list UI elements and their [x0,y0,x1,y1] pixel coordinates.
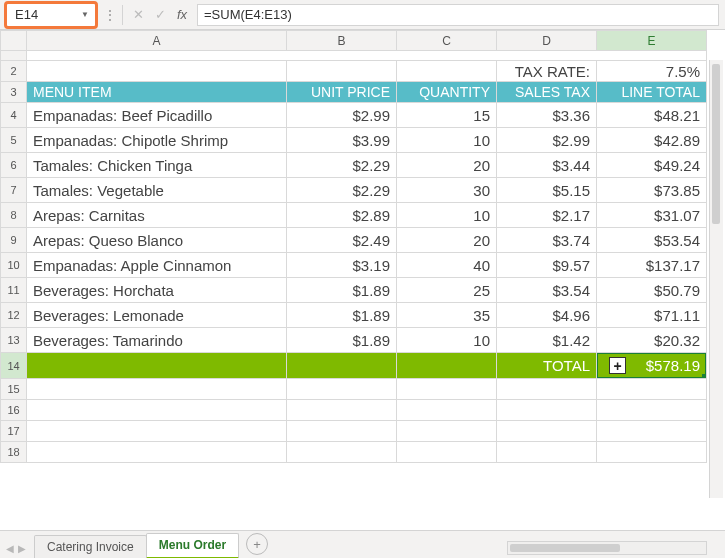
cell-unit-price[interactable]: $1.89 [287,278,397,303]
name-box[interactable]: E14 ▼ [4,1,98,29]
cell-sales-tax[interactable]: $1.42 [497,328,597,353]
cell-unit-price[interactable]: $3.99 [287,128,397,153]
cell[interactable] [287,442,397,463]
header-sales-tax[interactable]: SALES TAX [497,82,597,103]
total-value-cell[interactable]: +$578.19 [597,353,707,379]
cell[interactable] [397,442,497,463]
row-header[interactable]: 12 [1,303,27,328]
cell-sales-tax[interactable]: $3.74 [497,228,597,253]
cell-menu-item[interactable]: Beverages: Horchata [27,278,287,303]
tax-rate-label[interactable]: TAX RATE: [497,61,597,82]
cell[interactable] [287,379,397,400]
cell[interactable] [497,400,597,421]
cell-line-total[interactable]: $50.79 [597,278,707,303]
cell-unit-price[interactable]: $2.99 [287,103,397,128]
cell[interactable] [497,442,597,463]
cell-line-total[interactable]: $49.24 [597,153,707,178]
cell-line-total[interactable]: $137.17 [597,253,707,278]
row-header[interactable]: 7 [1,178,27,203]
cell-sales-tax[interactable]: $9.57 [497,253,597,278]
cell-menu-item[interactable]: Empanadas: Beef Picadillo [27,103,287,128]
cell-menu-item[interactable]: Empanadas: Apple Cinnamon [27,253,287,278]
cell[interactable] [287,400,397,421]
cell[interactable] [27,421,287,442]
cell-quantity[interactable]: 25 [397,278,497,303]
cell-sales-tax[interactable]: $2.17 [497,203,597,228]
cell-unit-price[interactable]: $2.29 [287,178,397,203]
scrollbar-thumb[interactable] [712,64,720,224]
cell-unit-price[interactable]: $3.19 [287,253,397,278]
cell[interactable] [397,379,497,400]
cell[interactable] [397,421,497,442]
enter-formula-icon[interactable]: ✓ [149,4,171,26]
cell-menu-item[interactable]: Arepas: Carnitas [27,203,287,228]
cell-line-total[interactable]: $20.32 [597,328,707,353]
fill-handle[interactable] [702,374,707,379]
cell-sales-tax[interactable]: $2.99 [497,128,597,153]
cell-quantity[interactable]: 20 [397,228,497,253]
cell-unit-price[interactable]: $1.89 [287,303,397,328]
cell-menu-item[interactable]: Arepas: Queso Blanco [27,228,287,253]
header-line-total[interactable]: LINE TOTAL [597,82,707,103]
cell[interactable] [397,61,497,82]
header-menu-item[interactable]: MENU ITEM [27,82,287,103]
horizontal-scrollbar[interactable] [507,541,707,555]
cell[interactable] [27,51,707,61]
row-header[interactable]: 14 [1,353,27,379]
cell-unit-price[interactable]: $2.89 [287,203,397,228]
cell[interactable] [27,400,287,421]
cell-line-total[interactable]: $42.89 [597,128,707,153]
cell-menu-item[interactable]: Tamales: Chicken Tinga [27,153,287,178]
cell[interactable] [27,442,287,463]
select-all-corner[interactable] [1,31,27,51]
row-header[interactable]: 17 [1,421,27,442]
cell-quantity[interactable]: 35 [397,303,497,328]
cell-sales-tax[interactable]: $4.96 [497,303,597,328]
header-quantity[interactable]: QUANTITY [397,82,497,103]
cell-sales-tax[interactable]: $5.15 [497,178,597,203]
cell-unit-price[interactable]: $2.49 [287,228,397,253]
add-sheet-button[interactable]: + [246,533,268,555]
col-header-C[interactable]: C [397,31,497,51]
row-header[interactable]: 2 [1,61,27,82]
cell-quantity[interactable]: 20 [397,153,497,178]
cell[interactable] [287,353,397,379]
cell-quantity[interactable]: 10 [397,328,497,353]
row-header[interactable]: 6 [1,153,27,178]
sheet-tab-menu-order[interactable]: Menu Order [146,533,239,558]
row-header[interactable]: 3 [1,82,27,103]
row-header[interactable]: 10 [1,253,27,278]
spreadsheet-grid[interactable]: A B C D E 2 TAX RATE: 7.5% 3 MENU ITEM U… [0,30,725,528]
total-label[interactable]: TOTAL [497,353,597,379]
sheet-nav-prev-icon[interactable]: ◀ [6,543,14,554]
cell-line-total[interactable]: $73.85 [597,178,707,203]
sheet-nav-next-icon[interactable]: ▶ [18,543,26,554]
col-header-D[interactable]: D [497,31,597,51]
row-header[interactable]: 16 [1,400,27,421]
cell-unit-price[interactable]: $2.29 [287,153,397,178]
cell-line-total[interactable]: $31.07 [597,203,707,228]
vertical-scrollbar[interactable] [709,60,723,498]
cell-quantity[interactable]: 40 [397,253,497,278]
formula-bar-options-icon[interactable]: ⋮ [102,8,118,22]
cell[interactable] [597,379,707,400]
cell[interactable] [497,421,597,442]
cell-sales-tax[interactable]: $3.36 [497,103,597,128]
cell[interactable] [27,61,287,82]
cell[interactable] [597,421,707,442]
row-header[interactable]: 5 [1,128,27,153]
cancel-formula-icon[interactable]: ✕ [127,4,149,26]
col-header-B[interactable]: B [287,31,397,51]
cell-menu-item[interactable]: Tamales: Vegetable [27,178,287,203]
col-header-E[interactable]: E [597,31,707,51]
scrollbar-thumb[interactable] [510,544,620,552]
cell[interactable] [397,353,497,379]
row-header[interactable]: 8 [1,203,27,228]
cell-quantity[interactable]: 30 [397,178,497,203]
cell-line-total[interactable]: $53.54 [597,228,707,253]
cell[interactable] [287,421,397,442]
cell-menu-item[interactable]: Empanadas: Chipotle Shrimp [27,128,287,153]
cell[interactable] [397,400,497,421]
row-header[interactable]: 4 [1,103,27,128]
cell-quantity[interactable]: 15 [397,103,497,128]
